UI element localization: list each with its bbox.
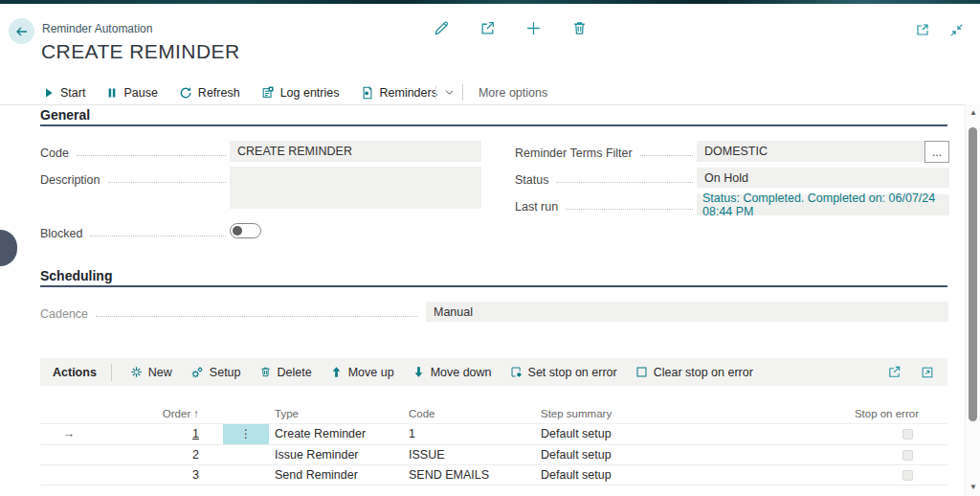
- table-row[interactable]: → 1 ⋮ Create Reminder 1 Default setup: [40, 423, 947, 444]
- delete-row-button[interactable]: Delete: [259, 366, 312, 379]
- chevron-down-icon: [444, 87, 455, 98]
- table-row[interactable]: 3 Send Reminder SEND EMAILS Default setu…: [40, 464, 947, 485]
- scroll-up-icon[interactable]: ▲: [966, 108, 980, 117]
- gears-icon: [190, 366, 204, 379]
- dotted-leader: [556, 182, 693, 183]
- reminders-dropdown-button[interactable]: [444, 87, 455, 98]
- dotted-leader: [108, 182, 226, 183]
- grid-header: Order↑ Type Code Step summary Stop on er…: [40, 403, 947, 423]
- reminder-terms-filter-label: Reminder Terms Filter: [515, 143, 697, 160]
- column-header-type[interactable]: Type: [269, 408, 409, 419]
- type-cell[interactable]: Issue Reminder: [269, 448, 409, 462]
- browser-chrome-strip: [0, 0, 980, 4]
- actions-right-icons: [885, 364, 936, 381]
- scheduling-section-heading[interactable]: Scheduling: [40, 268, 947, 287]
- reminders-button[interactable]: Reminders: [361, 86, 437, 100]
- description-label: Description: [40, 169, 230, 187]
- share-icon[interactable]: [479, 19, 496, 36]
- side-panel-pull-tab[interactable]: [0, 230, 17, 266]
- step-summary-cell[interactable]: Default setup: [541, 427, 732, 440]
- order-cell[interactable]: 1: [98, 427, 199, 440]
- page-action-icons: [433, 19, 588, 36]
- separator: [435, 85, 436, 100]
- set-stop-on-error-button[interactable]: Set stop on error: [510, 366, 617, 379]
- step-summary-cell[interactable]: Default setup: [541, 468, 732, 482]
- reminder-terms-filter-field[interactable]: DOMESTIC: [697, 141, 924, 162]
- assist-edit-button[interactable]: ...: [924, 141, 949, 163]
- step-summary-cell[interactable]: Default setup: [541, 448, 732, 462]
- current-row-marker: →: [40, 427, 98, 440]
- open-in-new-window-icon[interactable]: [914, 21, 931, 38]
- open-in-new-window-icon[interactable]: [919, 364, 936, 381]
- clear-stop-on-error-button[interactable]: Clear stop on error: [635, 366, 753, 379]
- stop-on-error-checkbox: [902, 450, 913, 461]
- setup-button[interactable]: Setup: [190, 366, 241, 379]
- row-context-menu-button[interactable]: ⋮: [223, 424, 269, 444]
- refresh-icon: [179, 86, 192, 100]
- dotted-leader: [640, 155, 693, 156]
- order-cell[interactable]: 3: [98, 468, 199, 482]
- code-cell[interactable]: SEND EMAILS: [409, 468, 541, 482]
- command-bar: Start Pause Refresh Log entries Reminder…: [0, 80, 980, 105]
- new-button[interactable]: New: [130, 366, 172, 379]
- vertical-scrollbar[interactable]: ▲ ▼: [965, 103, 980, 496]
- last-run-link[interactable]: Status: Completed. Completed on: 06/07/2…: [697, 194, 949, 215]
- actions-title[interactable]: Actions: [40, 366, 111, 379]
- blocked-label: Blocked: [40, 223, 230, 240]
- dotted-leader: [566, 209, 693, 210]
- start-button[interactable]: Start: [43, 86, 85, 100]
- actions-toolbar: Actions New Setup Delete Move up: [40, 358, 947, 386]
- refresh-button[interactable]: Refresh: [179, 86, 240, 100]
- cadence-label: Cadence: [40, 304, 421, 321]
- toggle-knob: [233, 226, 242, 236]
- last-run-label: Last run: [515, 196, 697, 214]
- status-field[interactable]: On Hold: [697, 168, 949, 188]
- table-row[interactable]: 2 Issue Reminder ISSUE Default setup: [40, 444, 947, 465]
- cadence-field[interactable]: Manual: [426, 302, 948, 322]
- breadcrumb[interactable]: Reminder Automation: [42, 22, 152, 35]
- edit-icon[interactable]: [433, 19, 450, 36]
- log-entries-button[interactable]: Log entries: [261, 86, 340, 100]
- stop-on-error-checkbox: [902, 470, 913, 481]
- scrollbar-thumb[interactable]: [969, 127, 977, 421]
- reminder-document-icon: [361, 86, 374, 100]
- status-label: Status: [515, 169, 697, 187]
- collapse-icon[interactable]: [947, 21, 965, 38]
- column-header-code[interactable]: Code: [409, 408, 541, 419]
- stop-on-error-checkbox: [902, 429, 913, 440]
- play-icon: [43, 87, 55, 99]
- blocked-toggle[interactable]: [230, 223, 261, 238]
- code-field[interactable]: CREATE REMINDER: [230, 141, 481, 162]
- column-header-stop-on-error[interactable]: Stop on error: [732, 408, 947, 419]
- back-button[interactable]: [9, 18, 34, 44]
- grid-body: → 1 ⋮ Create Reminder 1 Default setup 2 …: [40, 423, 947, 485]
- separator: [111, 364, 112, 381]
- column-header-order[interactable]: Order↑: [98, 408, 199, 419]
- type-cell[interactable]: Create Reminder: [269, 427, 409, 440]
- add-icon[interactable]: [524, 19, 542, 36]
- log-document-icon: [261, 86, 275, 100]
- more-options-button[interactable]: More options: [479, 86, 547, 100]
- pause-button[interactable]: Pause: [106, 86, 157, 100]
- order-cell[interactable]: 2: [98, 448, 199, 462]
- type-cell[interactable]: Send Reminder: [269, 468, 409, 482]
- delete-icon[interactable]: [570, 19, 588, 36]
- column-header-step-summary[interactable]: Step summary: [541, 408, 732, 419]
- description-field[interactable]: [230, 167, 481, 209]
- share-icon[interactable]: [885, 364, 902, 381]
- dotted-leader: [96, 316, 417, 317]
- scroll-down-icon[interactable]: ▼: [966, 483, 980, 491]
- page-title: CREATE REMINDER: [41, 40, 239, 63]
- code-cell[interactable]: 1: [409, 427, 541, 440]
- code-label: Code: [40, 143, 230, 160]
- dotted-leader: [90, 236, 226, 237]
- pause-icon: [106, 87, 118, 99]
- code-cell[interactable]: ISSUE: [409, 448, 541, 462]
- arrow-down-icon: [412, 366, 425, 378]
- move-up-button[interactable]: Move up: [330, 366, 394, 379]
- record-box-icon: [510, 366, 523, 378]
- window-controls: [914, 21, 965, 38]
- arrow-up-icon: [330, 366, 343, 378]
- general-section-heading[interactable]: General: [40, 107, 947, 126]
- move-down-button[interactable]: Move down: [412, 366, 492, 379]
